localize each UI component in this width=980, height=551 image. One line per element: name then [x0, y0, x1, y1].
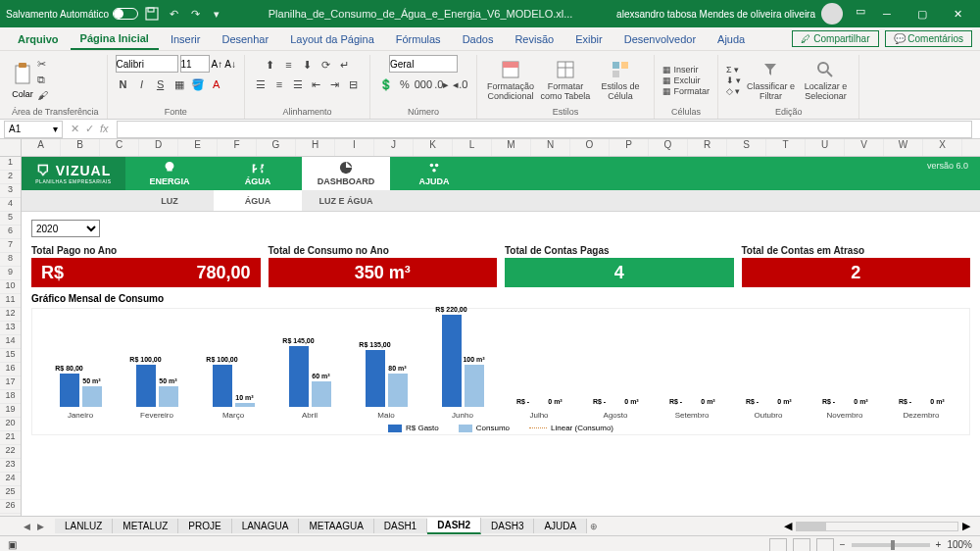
- minimize-button[interactable]: ─: [870, 3, 904, 25]
- italic-icon[interactable]: I: [134, 76, 150, 92]
- col-header[interactable]: U: [806, 139, 845, 156]
- delete-cells[interactable]: ▦ Excluir: [662, 75, 710, 85]
- underline-icon[interactable]: S: [153, 76, 169, 92]
- new-sheet-icon[interactable]: ⊕: [587, 522, 601, 531]
- year-select[interactable]: 2020: [31, 220, 100, 237]
- col-header[interactable]: X: [923, 139, 962, 156]
- subtab-luz-agua[interactable]: LUZ E ÁGUA: [302, 190, 390, 211]
- nav-agua[interactable]: ÁGUA: [214, 157, 302, 190]
- col-header[interactable]: B: [61, 139, 100, 156]
- zoom-slider[interactable]: [852, 543, 930, 547]
- zoom-level[interactable]: 100%: [947, 539, 972, 550]
- row-header[interactable]: 2: [0, 171, 21, 184]
- col-header[interactable]: Q: [649, 139, 688, 156]
- align-right-icon[interactable]: ☰: [290, 76, 306, 92]
- col-header[interactable]: J: [374, 139, 414, 156]
- page-layout-view-icon[interactable]: [793, 538, 810, 552]
- sort-filter-button[interactable]: Classificar e Filtrar: [745, 60, 796, 101]
- dec-decimal-icon[interactable]: ◂.0: [453, 76, 468, 92]
- align-center-icon[interactable]: ≡: [271, 76, 287, 92]
- merge-icon[interactable]: ⊟: [346, 76, 362, 92]
- sheet-tab[interactable]: AJUDA: [534, 519, 587, 533]
- page-break-view-icon[interactable]: [816, 538, 834, 552]
- redo-icon[interactable]: ↷: [187, 6, 203, 22]
- sheet-tab[interactable]: LANAGUA: [232, 519, 300, 533]
- insert-cells[interactable]: ▦ Inserir: [662, 65, 710, 75]
- font-name-select[interactable]: [116, 55, 178, 73]
- row-header[interactable]: 6: [0, 225, 21, 239]
- formula-input[interactable]: [117, 121, 972, 138]
- col-header[interactable]: G: [257, 139, 296, 156]
- cell-styles-button[interactable]: Estilos de Célula: [595, 60, 646, 101]
- menu-tab-data[interactable]: Dados: [453, 29, 504, 49]
- row-header[interactable]: 16: [0, 363, 21, 376]
- user-account[interactable]: alexsandro tabosa Mendes de oliveira oli…: [616, 3, 843, 25]
- increase-font-icon[interactable]: A↑: [212, 59, 223, 70]
- align-middle-icon[interactable]: ≡: [280, 57, 296, 73]
- row-header[interactable]: 21: [0, 431, 21, 445]
- fill-color-icon[interactable]: 🪣: [190, 76, 206, 92]
- row-header[interactable]: 5: [0, 212, 21, 225]
- row-header[interactable]: 3: [0, 184, 21, 198]
- percent-icon[interactable]: %: [397, 76, 413, 92]
- orientation-icon[interactable]: ⟳: [318, 57, 333, 73]
- inc-decimal-icon[interactable]: .0▸: [434, 76, 450, 92]
- col-header[interactable]: P: [610, 139, 649, 156]
- menu-tab-review[interactable]: Revisão: [505, 29, 564, 49]
- maximize-button[interactable]: ▢: [906, 3, 939, 25]
- clear-icon[interactable]: ◇ ▾: [726, 86, 742, 96]
- sheet-tab[interactable]: PROJE: [178, 519, 231, 533]
- col-header[interactable]: N: [531, 139, 570, 156]
- paste-button[interactable]: Colar: [12, 62, 33, 99]
- menu-tab-home[interactable]: Página Inicial: [71, 28, 159, 50]
- align-top-icon[interactable]: ⬆: [262, 57, 277, 73]
- nav-dashboard[interactable]: DASHBOARD: [302, 157, 390, 190]
- row-header[interactable]: 12: [0, 308, 21, 322]
- undo-icon[interactable]: ↶: [166, 6, 181, 22]
- align-bottom-icon[interactable]: ⬇: [299, 57, 315, 73]
- col-header[interactable]: T: [766, 139, 806, 156]
- subtab-agua[interactable]: ÁGUA: [214, 190, 302, 211]
- nav-energia[interactable]: ENERGIA: [125, 157, 214, 190]
- col-header[interactable]: E: [178, 139, 218, 156]
- row-header[interactable]: 22: [0, 445, 21, 459]
- row-header[interactable]: 4: [0, 198, 21, 212]
- menu-tab-layout[interactable]: Layout da Página: [280, 29, 384, 49]
- file-tab[interactable]: Arquivo: [8, 29, 69, 49]
- menu-tab-developer[interactable]: Desenvolvedor: [614, 29, 706, 49]
- col-header[interactable]: K: [414, 139, 453, 156]
- sheet-tab[interactable]: DASH2: [427, 518, 481, 534]
- row-header[interactable]: 10: [0, 280, 21, 294]
- currency-icon[interactable]: 💲: [378, 76, 394, 92]
- row-header[interactable]: 17: [0, 376, 21, 390]
- wrap-text-icon[interactable]: ↵: [336, 57, 352, 73]
- col-header[interactable]: L: [453, 139, 492, 156]
- decrease-font-icon[interactable]: A↓: [224, 59, 236, 70]
- col-header[interactable]: R: [688, 139, 727, 156]
- menu-tab-insert[interactable]: Inserir: [161, 29, 211, 49]
- sheet-tab[interactable]: LANLUZ: [55, 519, 113, 533]
- find-select-button[interactable]: Localizar e Selecionar: [800, 60, 851, 101]
- subtab-luz[interactable]: LUZ: [125, 190, 214, 211]
- number-format-select[interactable]: [389, 55, 458, 73]
- ribbon-options-icon[interactable]: ▭: [853, 3, 868, 19]
- col-header[interactable]: C: [100, 139, 139, 156]
- save-icon[interactable]: [144, 6, 160, 22]
- row-header[interactable]: 7: [0, 239, 21, 253]
- format-cells[interactable]: ▦ Formatar: [662, 86, 710, 96]
- fx-icon[interactable]: fx: [100, 123, 109, 135]
- sheet-tab[interactable]: DASH3: [481, 519, 534, 533]
- sheet-prev-icon[interactable]: ◀: [20, 522, 33, 531]
- sheet-tab[interactable]: METALUZ: [113, 519, 178, 533]
- sheet-tab[interactable]: METAAGUA: [299, 519, 373, 533]
- row-header[interactable]: 26: [0, 500, 21, 514]
- sheet-tab[interactable]: DASH1: [374, 519, 427, 533]
- menu-tab-view[interactable]: Exibir: [565, 29, 612, 49]
- row-header[interactable]: 14: [0, 335, 21, 349]
- format-painter-icon[interactable]: 🖌: [37, 89, 53, 103]
- nav-ajuda[interactable]: AJUDA: [390, 157, 478, 190]
- bold-icon[interactable]: N: [116, 76, 131, 92]
- select-all-corner[interactable]: [0, 139, 22, 156]
- indent-inc-icon[interactable]: ⇥: [327, 76, 343, 92]
- normal-view-icon[interactable]: [769, 538, 787, 552]
